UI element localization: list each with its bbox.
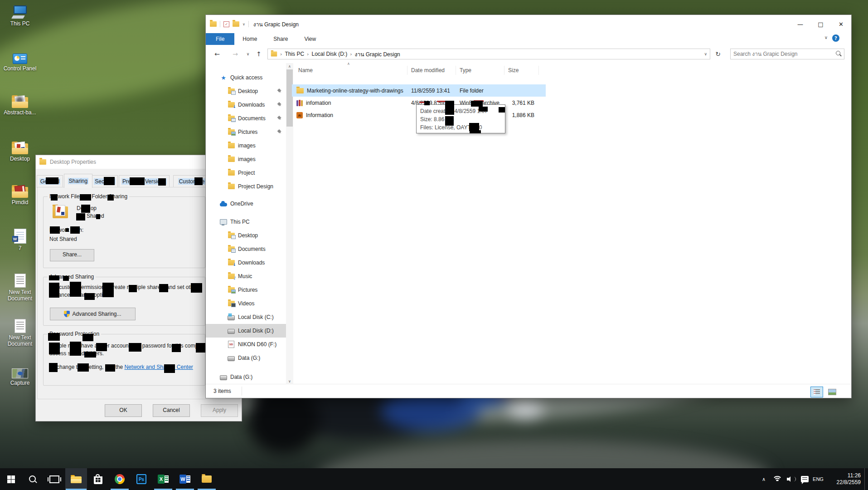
sidebar-item-project-design[interactable]: Project Design (206, 180, 286, 193)
taskbar-search-button[interactable] (22, 468, 44, 490)
desktop-icon-7[interactable]: W 7 (1, 228, 39, 251)
breadcrumb-current-folder[interactable]: งาน Grapic Design (355, 50, 400, 59)
desktop-icon-new-text-document-2[interactable]: New Text Document (1, 318, 39, 347)
redaction (65, 228, 69, 232)
wifi-icon[interactable] (771, 468, 784, 490)
refresh-button[interactable]: ↻ (713, 49, 723, 59)
sidebar-item-data-g[interactable]: Data (G:) (206, 351, 286, 365)
desktop-icon-desktop-folder[interactable]: Desktop (1, 139, 39, 162)
explorer-titlebar[interactable]: ✓ ∨ งาน Grapic Design (206, 15, 851, 33)
desktop-icon-abstract[interactable]: Abstract-ba... (1, 93, 39, 116)
tab-home[interactable]: Home (234, 33, 265, 45)
desktop-icon-pimdid[interactable]: Pimdid (1, 182, 39, 206)
desktop-icon-control-panel[interactable]: Control Panel (1, 49, 39, 72)
customize-qat-icon[interactable]: ∨ (242, 22, 245, 26)
sidebar-item-onedrive[interactable]: OneDrive (206, 197, 286, 211)
show-desktop-button[interactable] (864, 468, 868, 490)
sidebar-item-pc-desktop[interactable]: Desktop (206, 229, 286, 242)
cancel-button[interactable]: Cancel (153, 404, 190, 417)
start-button[interactable] (0, 468, 22, 490)
column-header-size[interactable]: Size (504, 66, 539, 75)
sidebar-item-images[interactable]: images (206, 139, 286, 152)
advanced-sharing-button[interactable]: Advanced Sharing... (50, 308, 136, 320)
sidebar-item-downloads[interactable]: ↓ Downloads (206, 98, 286, 112)
address-dropdown-icon[interactable]: ∨ (704, 52, 707, 56)
search-input[interactable] (731, 51, 834, 57)
sidebar-item-pc-videos[interactable]: Videos (206, 297, 286, 310)
volume-icon[interactable] (785, 468, 797, 490)
column-header-name[interactable]: Name (292, 66, 407, 75)
sidebar-item-pc-documents[interactable]: Documents (206, 242, 286, 256)
action-center-icon[interactable] (798, 468, 811, 490)
chevron-icon: › (307, 51, 309, 57)
taskbar-folder-window[interactable] (196, 468, 218, 490)
tab-customize[interactable]: Customize (173, 175, 210, 188)
close-button[interactable]: ✕ (831, 15, 851, 33)
sidebar-item-desktop[interactable]: Desktop (206, 84, 286, 98)
sidebar-item-quick-access[interactable]: ★ Quick access (206, 71, 286, 84)
sidebar-item-pc-pictures[interactable]: Pictures (206, 283, 286, 297)
scroll-down-icon[interactable]: ∨ (286, 378, 293, 384)
taskbar-chrome[interactable] (109, 468, 131, 490)
search-icon[interactable] (834, 50, 844, 58)
desktop-icon-this-pc[interactable]: This PC (1, 4, 39, 27)
file-row-marketing-folder[interactable]: Marketing-online-strategy-with-drawings … (292, 84, 546, 97)
help-icon[interactable]: ? (832, 34, 839, 42)
breadcrumb-this-pc[interactable]: This PC (285, 51, 304, 57)
sidebar-item-pc-music[interactable]: ♪ Music (206, 270, 286, 283)
tab-sharing[interactable]: Sharing (64, 174, 92, 188)
redaction (102, 283, 114, 297)
ok-button[interactable]: OK (105, 404, 142, 417)
sidebar-item-images-2[interactable]: images (206, 152, 286, 166)
sidebar-item-pc-downloads[interactable]: ↓ Downloads (206, 256, 286, 270)
taskbar-photoshop[interactable]: Ps (131, 468, 152, 490)
sidebar-item-project[interactable]: Project (206, 166, 286, 180)
search-box[interactable] (730, 49, 844, 59)
tab-share[interactable]: Share (265, 33, 296, 45)
file-explorer-icon (71, 475, 82, 483)
taskbar-excel[interactable]: X (152, 468, 174, 490)
language-indicator[interactable]: ENG (812, 468, 824, 490)
sidebar-item-pictures[interactable]: Pictures (206, 125, 286, 139)
tab-file[interactable]: File (206, 33, 234, 45)
sd-card-icon: SD (228, 341, 234, 348)
column-header-date-modified[interactable]: Date modified (407, 66, 456, 75)
up-button[interactable]: ↑ (253, 49, 265, 59)
breadcrumb-local-disk-d[interactable]: Local Disk (D:) (312, 51, 348, 57)
sidebar-item-documents[interactable]: Documents (206, 112, 286, 125)
sidebar-item-local-disk-d[interactable]: Local Disk (D:) (206, 324, 286, 338)
desktop-icon-new-text-document[interactable]: New Text Document (1, 272, 39, 302)
photoshop-icon: Ps (136, 474, 146, 484)
recent-locations-icon[interactable]: ∨ (242, 49, 254, 59)
task-view-button[interactable] (44, 468, 65, 490)
properties-check-icon[interactable]: ✓ (223, 21, 229, 27)
music-note-overlay-icon: ♪ (233, 276, 236, 280)
taskbar-file-explorer[interactable] (65, 468, 87, 490)
taskbar-store[interactable] (87, 468, 109, 490)
forward-button[interactable]: → (229, 49, 241, 59)
new-folder-icon[interactable] (233, 21, 239, 27)
desktop-icon-capture[interactable]: Capture (1, 363, 39, 386)
clock[interactable]: 11:26 22/8/2559 (827, 472, 861, 486)
sidebar-item-this-pc[interactable]: This PC (206, 215, 286, 229)
taskbar-word[interactable]: W (174, 468, 196, 490)
sidebar-item-data-g-bottom[interactable]: Data (G:) (206, 370, 286, 384)
thumbnail-view-button[interactable] (826, 387, 839, 397)
details-view-button[interactable] (810, 387, 823, 397)
minimize-button[interactable]: — (790, 15, 810, 33)
column-header-type[interactable]: Type (456, 66, 504, 75)
onedrive-cloud-icon (220, 203, 227, 206)
network-sharing-center-link[interactable]: Network and Sharing Center (124, 364, 193, 370)
maximize-button[interactable]: □ (810, 15, 831, 33)
breadcrumb[interactable]: › This PC › Local Disk (D:) › งาน Grapic… (267, 49, 710, 59)
tooltip-size: Size: 8.86 MB (420, 115, 505, 123)
back-button[interactable]: ← (211, 49, 223, 59)
share-button[interactable]: Share... (50, 249, 94, 261)
sidebar-item-nikon-d60[interactable]: SD NIKON D60 (F:) (206, 338, 286, 351)
sidebar-item-local-disk-c[interactable]: Local Disk (C:) (206, 310, 286, 324)
expand-ribbon-icon[interactable]: ∨ (824, 35, 828, 40)
apply-button[interactable]: Apply (201, 404, 238, 417)
tab-view[interactable]: View (296, 33, 324, 45)
hidden-icons-chevron[interactable]: ∧ (757, 468, 770, 490)
monitor-overlay-icon (231, 91, 236, 95)
